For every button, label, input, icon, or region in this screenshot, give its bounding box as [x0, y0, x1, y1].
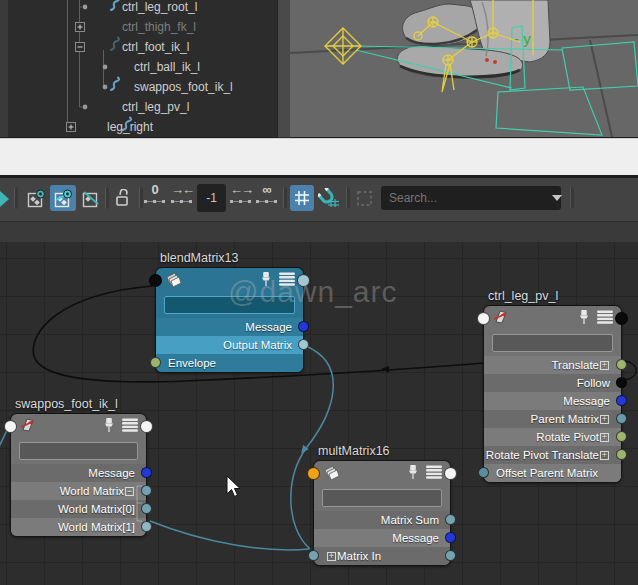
node-name-field[interactable] — [492, 334, 613, 352]
attr-port-right[interactable] — [616, 413, 627, 424]
node-name-field[interactable] — [164, 296, 295, 314]
increase-traversal-button[interactable]: ←→ — [229, 183, 253, 204]
pin-icon[interactable] — [103, 417, 115, 437]
attr-row-message[interactable]: Message — [11, 464, 146, 482]
attr-port-left[interactable] — [308, 550, 319, 561]
traversal-depth-field[interactable]: -1 — [197, 184, 226, 212]
display-connected-mode-button[interactable] — [50, 185, 76, 211]
attr-row-envelope[interactable]: Envelope — [156, 354, 303, 372]
attr-label: Rotate Pivot Translate — [486, 449, 599, 461]
expand-attr-box[interactable]: + — [600, 433, 609, 442]
attr-port-right[interactable] — [141, 503, 152, 514]
attr-label: World Matrix[1] — [58, 521, 135, 533]
viewport-3d[interactable]: - y — [290, 0, 638, 138]
outliner-item-leg_right[interactable]: leg_right — [0, 117, 277, 137]
panel-collapse-arrow-icon[interactable] — [0, 190, 10, 208]
search-box[interactable] — [381, 186, 561, 210]
attr-label: Matrix Sum — [381, 514, 439, 526]
attr-port-right[interactable] — [616, 449, 627, 460]
node-output-port[interactable] — [297, 274, 310, 287]
node-output-port[interactable] — [140, 420, 153, 433]
attr-port-left[interactable] — [478, 467, 489, 478]
attr-port-right[interactable] — [298, 321, 309, 332]
outliner-item-ctrl_foot_ik_l[interactable]: ctrl_foot_ik_l — [0, 37, 277, 57]
search-input[interactable] — [381, 191, 552, 205]
attr-row-world-matrix-0-[interactable]: World Matrix[0] — [11, 500, 146, 518]
toolbar-separator — [570, 187, 574, 209]
outliner-item-swappos_foot_ik_l[interactable]: swappos_foot_ik_l — [0, 77, 277, 97]
node-title: swappos_foot_ik_l — [15, 397, 118, 411]
attr-port-right[interactable] — [445, 550, 456, 561]
node-header — [156, 268, 303, 294]
pin-icon[interactable] — [260, 271, 272, 291]
attr-row-matrix-in[interactable]: +Matrix In — [314, 547, 450, 565]
attr-port-right[interactable] — [141, 467, 152, 478]
outliner-panel[interactable]: ctrl_leg_root_lctrl_thigh_fk_lctrl_foot_… — [0, 0, 277, 138]
outliner-item-ctrl_leg_pv_l[interactable]: ctrl_leg_pv_l — [0, 97, 277, 117]
attr-port-right[interactable] — [141, 521, 152, 532]
attr-row-message[interactable]: Message — [156, 318, 303, 336]
expand-attr-box[interactable]: + — [600, 415, 609, 424]
attr-port-right[interactable] — [616, 377, 627, 388]
graph-node-multMatrix16[interactable]: multMatrix16Matrix SumMessage+Matrix In — [313, 460, 451, 566]
attr-row-world-matrix-1-[interactable]: World Matrix[1] — [11, 518, 146, 536]
attr-label: Matrix In — [337, 550, 381, 562]
decrease-traversal-button[interactable]: →← — [170, 183, 194, 204]
node-input-port[interactable] — [307, 467, 320, 480]
marquee-tool-button-disabled[interactable] — [352, 185, 376, 211]
attr-display-stack-icon[interactable] — [426, 465, 442, 484]
outliner-item-ctrl_ball_ik_l[interactable]: ctrl_ball_ik_l — [0, 57, 277, 77]
attr-row-translate[interactable]: Translate+ — [484, 356, 621, 374]
attr-row-offset-parent-matrix[interactable]: Offset Parent Matrix — [484, 464, 621, 482]
expand-attr-box[interactable]: + — [327, 552, 336, 561]
attr-row-matrix-sum[interactable]: Matrix Sum — [314, 511, 450, 529]
node-input-port[interactable] — [4, 420, 17, 433]
outliner-item-ctrl_thigh_fk_l[interactable]: ctrl_thigh_fk_l — [0, 17, 277, 37]
node-output-port[interactable] — [444, 467, 457, 480]
attr-row-world-matrix[interactable]: World Matrix− — [11, 482, 146, 500]
attr-row-parent-matrix[interactable]: Parent Matrix+ — [484, 410, 621, 428]
attr-display-stack-icon[interactable] — [122, 418, 138, 437]
search-dropdown-caret[interactable] — [552, 195, 562, 201]
collapse-attr-box[interactable]: − — [125, 487, 134, 496]
graph-node-swappos_foot_ik_l[interactable]: swappos_foot_ik_lMessageWorld Matrix−Wor… — [10, 413, 147, 537]
attr-port-right[interactable] — [141, 485, 152, 496]
unlimited-traversal-button[interactable]: ∞ — [255, 183, 279, 204]
expand-attr-box[interactable]: + — [600, 451, 609, 460]
attr-row-message[interactable]: Message — [314, 529, 450, 547]
graph-node-blendMatrix13[interactable]: blendMatrix13MessageOutput MatrixEnvelop… — [155, 267, 304, 373]
node-name-field[interactable] — [322, 489, 442, 507]
attr-row-follow[interactable]: Follow — [484, 374, 621, 392]
pin-icon[interactable] — [407, 464, 419, 484]
expand-attr-box[interactable]: + — [600, 361, 609, 370]
attr-port-right[interactable] — [616, 431, 627, 442]
outliner-item-ctrl_leg_root_l[interactable]: ctrl_leg_root_l — [0, 0, 277, 17]
attr-row-rotate-pivot[interactable]: Rotate Pivot+ — [484, 428, 621, 446]
attr-port-right[interactable] — [445, 514, 456, 525]
node-output-port[interactable] — [615, 312, 628, 325]
traversal-depth-zero-button[interactable]: 0 — [143, 183, 167, 204]
attr-port-right[interactable] — [298, 339, 309, 350]
attr-display-stack-icon[interactable] — [279, 272, 295, 291]
lock-unlocked-button[interactable] — [110, 185, 134, 211]
attr-display-stack-icon[interactable] — [597, 310, 613, 329]
attr-label: Follow — [577, 377, 610, 389]
pin-icon[interactable] — [578, 309, 590, 329]
node-input-port[interactable] — [149, 274, 162, 287]
toolbar-substrip — [0, 219, 638, 242]
attr-label: Rotate Pivot — [536, 431, 599, 443]
grid-toggle-button[interactable] — [290, 185, 314, 211]
display-simple-mode-button[interactable] — [24, 185, 48, 211]
attr-row-output-matrix[interactable]: Output Matrix — [156, 336, 303, 354]
node-name-field[interactable] — [19, 442, 138, 460]
display-all-mode-button[interactable] — [79, 185, 103, 211]
attr-row-rotate-pivot-translate[interactable]: Rotate Pivot Translate+ — [484, 446, 621, 464]
attr-port-right[interactable] — [445, 532, 456, 543]
snap-to-grid-button[interactable] — [316, 185, 342, 211]
attr-port-left[interactable] — [150, 357, 161, 368]
graph-node-ctrl_leg_pv_l[interactable]: ctrl_leg_pv_lTranslate+FollowMessagePare… — [483, 305, 622, 483]
node-input-port[interactable] — [477, 312, 490, 325]
attr-row-message[interactable]: Message — [484, 392, 621, 410]
attr-port-right[interactable] — [616, 359, 627, 370]
attr-port-right[interactable] — [616, 395, 627, 406]
